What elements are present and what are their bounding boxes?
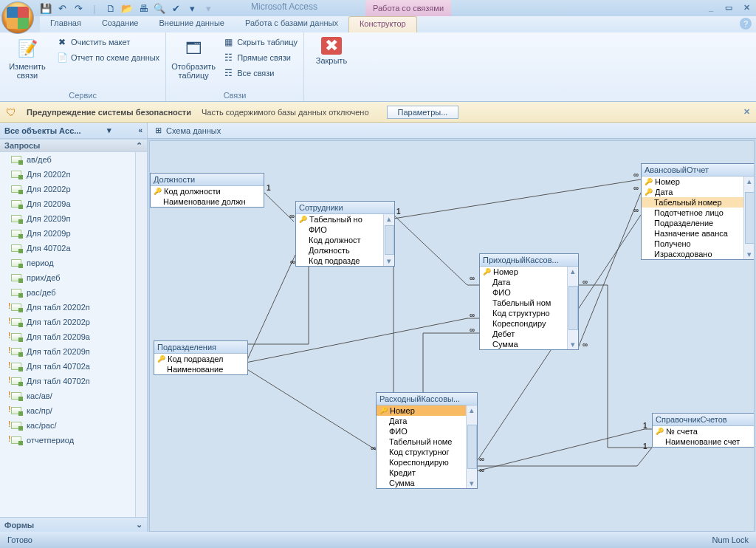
preview-icon[interactable]: 🔍 [154, 2, 165, 14]
scrollbar[interactable]: ▴▾ [383, 214, 394, 266]
table-field[interactable]: Код структурног [377, 447, 466, 457]
nav-item[interactable]: Для табл 20209а [0, 329, 135, 344]
table-field[interactable]: Подразделение [642, 218, 743, 228]
security-options-button[interactable]: Параметры... [387, 106, 459, 119]
relationships-canvas[interactable]: 1 ∞ 1 ∞ 1 ∞ ∞ ∞ ∞ ∞ ∞ ∞ ∞ 1 1 ∞ ∞ ∞ Долж… [149, 140, 755, 532]
nav-item[interactable]: Для 20202п [0, 167, 135, 182]
close-button[interactable]: ✖ Закрыть [309, 35, 354, 66]
table-field[interactable]: Дебет [480, 329, 567, 339]
table-field[interactable]: Сумма [480, 339, 567, 349]
redo-icon[interactable]: ↷ [72, 2, 84, 14]
nav-item[interactable]: кас/ав/ [0, 388, 135, 403]
open-icon[interactable]: 📂 [121, 2, 133, 14]
table-field[interactable]: Наименование должн [151, 196, 264, 207]
table-field[interactable]: Наименование [154, 364, 247, 374]
print-icon[interactable]: 🖶 [137, 2, 149, 14]
tab-home[interactable]: Главная [40, 16, 92, 32]
table-title[interactable]: Должности [151, 174, 264, 186]
table-sotr[interactable]: Сотрудники 🔑Табельный ноФИОКод должностД… [295, 201, 395, 267]
tab-design[interactable]: Конструктор [348, 16, 417, 32]
table-field[interactable]: 🔑Код подраздел [154, 354, 247, 364]
scrollbar[interactable]: ▴▾ [567, 267, 578, 349]
nav-item[interactable]: Для табл 40702п [0, 374, 135, 388]
nav-group-queries[interactable]: Запросы ⌃ [0, 139, 147, 152]
chevron-up-icon[interactable]: ⌃ [136, 141, 142, 151]
nav-item[interactable]: период [0, 256, 135, 270]
table-field[interactable]: Табельный номер [642, 197, 743, 208]
save-icon[interactable]: 💾 [40, 2, 52, 14]
undo-icon[interactable]: ↶ [56, 2, 68, 14]
all-relationships-button[interactable]: ☶Все связи [221, 66, 299, 80]
table-field[interactable]: Израсходовано [642, 249, 743, 259]
table-field[interactable]: Кореспондиру [480, 318, 567, 329]
nav-item[interactable]: Для 20209а [0, 196, 135, 211]
tab-create[interactable]: Создание [92, 16, 149, 32]
chevron-down-icon[interactable]: ⌄ [136, 520, 142, 530]
nav-item[interactable]: Для табл 20202р [0, 315, 135, 329]
table-field[interactable]: Кореспондирую [377, 457, 466, 467]
tab-database-tools[interactable]: Работа с базами данных [235, 16, 348, 32]
table-podr[interactable]: Подразделения 🔑Код подразделНаименование [154, 340, 248, 375]
new-icon[interactable]: 🗋 [105, 2, 117, 14]
table-field[interactable]: Должность [296, 245, 383, 256]
table-field[interactable]: 🔑Номер [480, 267, 567, 277]
spellcheck-icon[interactable]: ✔ [170, 2, 182, 14]
security-close-icon[interactable]: ✕ [743, 107, 750, 117]
tab-external-data[interactable]: Внешние данные [149, 16, 235, 32]
nav-item[interactable]: кас/рас/ [0, 418, 135, 433]
nav-item[interactable]: Для 40702а [0, 241, 135, 256]
document-tab[interactable]: ⊞ Схема данных [148, 123, 756, 139]
table-field[interactable]: 🔑Номер [377, 405, 466, 416]
office-button[interactable] [1, 1, 34, 34]
table-field[interactable]: 🔑Дата [642, 187, 743, 197]
nav-item[interactable]: отчетпериод [0, 433, 135, 448]
nav-item[interactable]: кас/пр/ [0, 403, 135, 418]
clear-layout-button[interactable]: ✖Очистить макет [55, 35, 161, 49]
nav-item[interactable]: Для 20209р [0, 226, 135, 241]
nav-item[interactable]: Для табл 20209п [0, 344, 135, 359]
more-icon[interactable]: ▾ [186, 2, 198, 14]
table-field[interactable]: ФИО [296, 225, 383, 235]
table-title[interactable]: ПриходныйКассов... [480, 254, 578, 267]
direct-relationships-button[interactable]: ☷Прямые связи [221, 51, 299, 64]
table-field[interactable]: 🔑Табельный но [296, 214, 383, 225]
table-field[interactable]: Табельный ном [480, 298, 567, 308]
nav-item[interactable]: Для табл 20202п [0, 300, 135, 315]
nav-header[interactable]: Все объекты Acc... ▾ « [0, 123, 147, 139]
table-field[interactable]: Код подразде [296, 256, 383, 266]
help-icon[interactable]: ? [740, 18, 752, 30]
table-field[interactable]: 🔑Номер [642, 177, 743, 187]
minimize-icon[interactable]: _ [706, 2, 716, 13]
close-icon[interactable]: ✕ [741, 2, 752, 13]
nav-item[interactable]: Для 20209п [0, 211, 135, 226]
nav-item[interactable]: Для 20202р [0, 182, 135, 196]
nav-item[interactable]: прих/деб [0, 270, 135, 285]
table-field[interactable]: Код должност [296, 235, 383, 245]
table-field[interactable]: ФИО [480, 287, 567, 298]
scrollbar[interactable]: ▴▾ [743, 177, 755, 259]
nav-collapse-icon[interactable]: « [138, 126, 142, 134]
table-field[interactable]: ФИО [377, 426, 466, 436]
table-spr[interactable]: СправочникСчетов 🔑№ счетаНаименование сч… [652, 413, 755, 448]
table-field[interactable]: Дата [377, 416, 466, 426]
edit-relationships-button[interactable]: 📝 Изменить связи [4, 35, 50, 81]
table-title[interactable]: РасходныйКассовы... [377, 393, 477, 405]
table-field[interactable]: Сумма [377, 478, 466, 488]
nav-item[interactable]: Для табл 40702а [0, 359, 135, 374]
table-field[interactable]: 🔑Код должности [151, 186, 264, 196]
table-title[interactable]: Сотрудники [296, 202, 394, 214]
table-title[interactable]: СправочникСчетов [653, 414, 755, 426]
nav-item[interactable]: рас/деб [0, 285, 135, 300]
table-field[interactable]: 🔑№ счета [653, 426, 755, 436]
table-field[interactable]: Подотчетное лицо [642, 208, 743, 218]
relationship-report-button[interactable]: 📄Отчет по схеме данных [55, 51, 161, 64]
table-title[interactable]: АвансовыйОтчет [642, 164, 755, 177]
nav-group-forms[interactable]: Формы ⌄ [0, 517, 147, 532]
table-title[interactable]: Подразделения [154, 341, 247, 354]
table-field[interactable]: Табельный номе [377, 436, 466, 447]
table-field[interactable]: Наименование счет [653, 436, 755, 447]
table-field[interactable]: Дата [480, 277, 567, 287]
table-dol[interactable]: Должности 🔑Код должностиНаименование дол… [150, 173, 264, 208]
table-field[interactable]: Кредит [377, 467, 466, 478]
nav-dropdown-icon[interactable]: ▾ [107, 126, 111, 135]
